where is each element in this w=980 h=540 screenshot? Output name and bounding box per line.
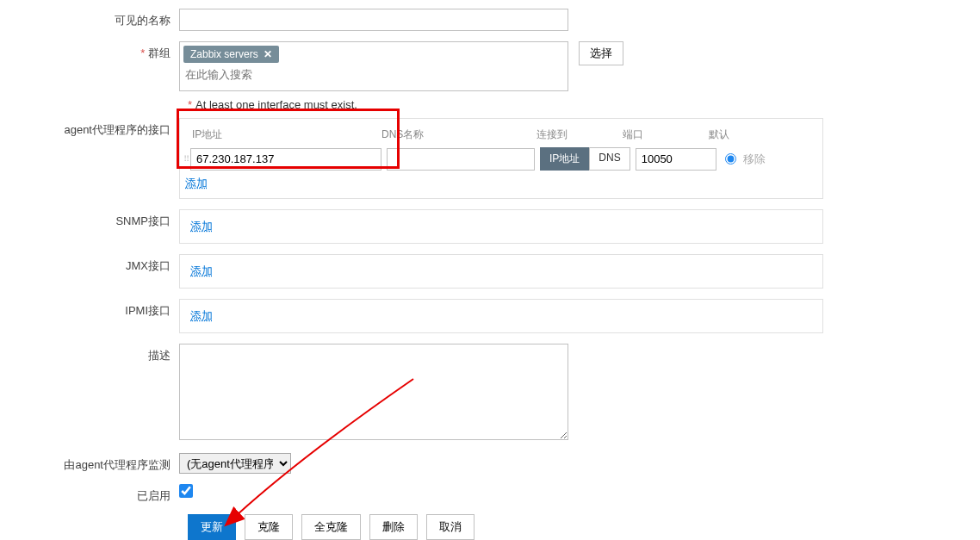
group-tag[interactable]: Zabbix servers✕	[183, 46, 279, 63]
ipmi-interfaces-box: 添加	[179, 299, 823, 333]
jmx-interface-label: JMX接口	[17, 254, 179, 274]
add-jmx-interface-link[interactable]: 添加	[190, 264, 213, 279]
connect-ip-button[interactable]: IP地址	[540, 147, 589, 171]
header-ip: IP地址	[180, 127, 381, 142]
enabled-label: 已启用	[17, 484, 179, 504]
ipmi-interface-label: IPMI接口	[17, 299, 179, 319]
add-ipmi-interface-link[interactable]: 添加	[190, 308, 213, 324]
description-textarea[interactable]	[179, 344, 568, 440]
agent-interface-label: agent代理程序的接口	[17, 118, 179, 138]
select-groups-button[interactable]: 选择	[579, 41, 623, 65]
jmx-interfaces-box: 添加	[179, 254, 823, 289]
clone-button[interactable]: 克隆	[245, 514, 293, 540]
header-dns: DNS名称	[381, 127, 537, 142]
delete-button[interactable]: 删除	[369, 514, 418, 540]
drag-handle-icon[interactable]: ⠿	[180, 154, 190, 164]
header-port: 端口	[623, 127, 709, 142]
dns-name-input[interactable]	[387, 148, 535, 171]
cancel-button[interactable]: 取消	[426, 514, 474, 540]
remove-interface-link[interactable]: 移除	[743, 152, 766, 167]
groups-label: 群组	[17, 41, 179, 61]
full-clone-button[interactable]: 全克隆	[301, 514, 361, 540]
update-button[interactable]: 更新	[188, 514, 236, 540]
port-input[interactable]	[636, 148, 716, 171]
group-tag-label: Zabbix servers	[190, 48, 258, 60]
agent-interfaces-box: IP地址 DNS名称 连接到 端口 默认 ⠿ IP地址 DNS	[179, 118, 823, 199]
groups-multiselect[interactable]: Zabbix servers✕	[179, 41, 568, 91]
proxy-select[interactable]: (无agent代理程序)	[179, 453, 291, 474]
snmp-interfaces-box: 添加	[179, 209, 823, 244]
ip-address-input[interactable]	[190, 148, 381, 171]
description-label: 描述	[17, 344, 179, 363]
header-default: 默认	[709, 127, 729, 142]
add-snmp-interface-link[interactable]: 添加	[190, 219, 213, 234]
enabled-checkbox[interactable]	[179, 484, 193, 498]
interface-row: ⠿ IP地址 DNS 移除	[180, 147, 812, 171]
monitored-by-proxy-label: 由agent代理程序监测	[17, 453, 179, 473]
connect-dns-button[interactable]: DNS	[589, 147, 630, 171]
default-interface-radio[interactable]	[725, 153, 736, 164]
snmp-interface-label: SNMP接口	[17, 209, 179, 229]
add-agent-interface-link[interactable]: 添加	[185, 176, 208, 191]
group-search-input[interactable]	[182, 65, 354, 84]
visible-name-input[interactable]	[179, 9, 568, 31]
interface-required-msg: *At least one interface must exist.	[188, 98, 964, 111]
connect-to-toggle: IP地址 DNS	[540, 147, 630, 171]
visible-name-label: 可见的名称	[17, 9, 179, 28]
remove-group-icon[interactable]: ✕	[264, 48, 272, 60]
header-connect: 连接到	[537, 127, 623, 142]
